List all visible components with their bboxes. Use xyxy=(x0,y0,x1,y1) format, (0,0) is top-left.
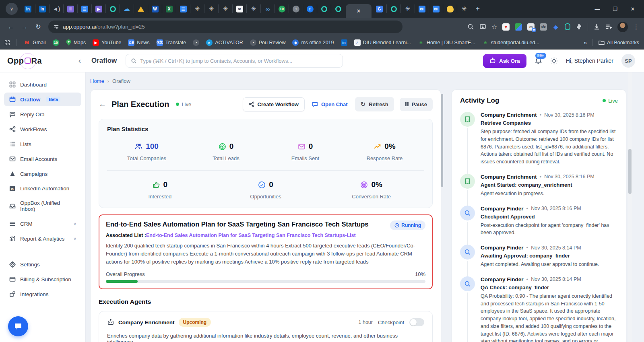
pinned-tab-hand[interactable] xyxy=(443,4,457,13)
adblock-extension-icon[interactable]: ▼ xyxy=(502,23,510,31)
back-button[interactable]: ← xyxy=(5,21,17,33)
sidebar-item-settings[interactable]: Settings xyxy=(4,258,81,271)
forward-button[interactable]: → xyxy=(19,21,31,33)
bookmark-news[interactable]: GENews xyxy=(128,39,149,46)
sidebar-item-email-accounts[interactable]: Email Accounts xyxy=(4,152,81,166)
pinned-tab-play[interactable]: ▶ xyxy=(91,4,105,13)
site-info-icon[interactable] xyxy=(53,24,59,30)
bookmark-youtube[interactable]: ▶YouTube xyxy=(93,39,121,46)
reload-button[interactable]: ↻ xyxy=(32,21,44,33)
pinned-tab-cloud[interactable]: ☁ xyxy=(120,4,134,13)
bookmark-activator[interactable]: ▸ACTIVATOR xyxy=(206,39,243,46)
sidebar-item-reports[interactable]: Report & Analytics∨ xyxy=(4,232,81,245)
sidebar-item-dashboard[interactable]: Dashboard xyxy=(4,78,81,91)
sidebar-item-linkedin-automation[interactable]: inLinkedIn Automation xyxy=(4,182,81,195)
pinned-tab-linkedin[interactable]: in xyxy=(35,4,49,13)
bookmark-globe[interactable]: ◔ xyxy=(193,39,199,46)
sidebar-item-reply-ora[interactable]: Reply Ora xyxy=(4,107,81,121)
pinned-tab-oppora[interactable] xyxy=(386,4,400,13)
downloads-icon[interactable] xyxy=(593,23,600,30)
pinned-tab-openai[interactable]: ✳ xyxy=(457,4,471,13)
zoom-icon[interactable] xyxy=(467,23,474,30)
pinned-tab-docs[interactable]: ☰ xyxy=(176,4,190,13)
tag-extension-icon[interactable]: ◆ xyxy=(552,23,559,31)
bookmark-ms-office[interactable]: ◈ms office 2019 xyxy=(292,39,334,46)
oppora-extension-icon[interactable] xyxy=(565,23,570,30)
bookmark-badge-10[interactable]: 10 xyxy=(53,39,59,46)
apps-grid-icon[interactable] xyxy=(5,40,10,45)
pinned-tab-openai[interactable]: ✳ xyxy=(400,4,415,13)
pinned-tab-teams[interactable]: ii xyxy=(63,4,77,13)
pinned-tab-mail[interactable]: ✉ xyxy=(429,4,443,13)
bookmark-maps[interactable]: Maps xyxy=(66,39,86,45)
bookmark-star-icon[interactable]: ☆ xyxy=(491,23,497,31)
sidebar-item-billing[interactable]: Billing & Subscription xyxy=(4,272,81,286)
refresh-button[interactable]: ↻Refresh xyxy=(355,97,394,111)
code-extension-icon[interactable]: </> xyxy=(540,23,547,31)
bookmark-pou-review[interactable]: ◔Pou Review xyxy=(250,39,286,46)
window-star-extension-icon[interactable]: ▭★ xyxy=(527,23,535,31)
pinned-tab-openai[interactable]: ✳ xyxy=(246,4,260,13)
bookmark-gmail[interactable]: MGmail xyxy=(24,39,46,46)
pinned-tab-excel[interactable]: X xyxy=(162,4,176,13)
pinned-tab-docs[interactable]: ☰ xyxy=(77,4,91,13)
sidebar-item-lists[interactable]: Lists xyxy=(4,137,81,151)
create-workflow-button[interactable]: Create Workflow xyxy=(243,97,305,111)
sidebar-collapse-button[interactable]: ‹ xyxy=(78,57,81,65)
pinned-tab-oppora[interactable] xyxy=(331,4,345,13)
reading-list-icon[interactable] xyxy=(605,23,612,30)
pinned-tab-globe[interactable]: ◔ xyxy=(289,4,303,13)
pinned-tab-drive[interactable] xyxy=(134,4,148,13)
sidebar-item-oppbox[interactable]: OppBox (Unified Inbox) xyxy=(4,196,81,216)
sidebar-item-workflows[interactable]: WorkFlows xyxy=(4,122,81,136)
pinned-tab-oppora[interactable] xyxy=(317,4,331,13)
open-chat-button[interactable]: Open Chat xyxy=(310,98,349,111)
pinned-tab-facebook[interactable]: f xyxy=(303,4,317,13)
pinned-tab-openai[interactable]: ✳ xyxy=(218,4,232,13)
pinned-tab-speaker[interactable]: ◄) xyxy=(49,4,63,13)
new-tab-button[interactable]: + xyxy=(471,5,485,13)
back-arrow-icon[interactable]: ← xyxy=(99,100,106,109)
window-restore-button[interactable]: ❐ xyxy=(606,6,624,12)
pinned-tab-openai[interactable]: ✳ xyxy=(204,4,218,13)
all-bookmarks-button[interactable]: All Bookmarks xyxy=(599,40,639,45)
notifications-button[interactable]: 99+ xyxy=(535,57,542,65)
active-tab[interactable]: ✕ xyxy=(346,4,372,18)
tab-search-button[interactable]: ∨ xyxy=(6,3,18,15)
pinned-tab-meta[interactable]: ∞ xyxy=(260,4,275,13)
pause-button[interactable]: Pause xyxy=(400,98,433,111)
bookmark-diu-blended[interactable]: ∕DIU Blended Learni... xyxy=(354,39,411,46)
window-close-button[interactable]: ✕ xyxy=(624,6,642,12)
bookmark-studentportal[interactable]: ♣studentportal.diu.ed... xyxy=(482,39,539,46)
associated-list-link[interactable]: End-to-End Sales Automation Plan for Saa… xyxy=(146,233,356,238)
inner-scrollbar-thumb[interactable] xyxy=(441,94,443,187)
bookmark-linkedin[interactable]: in xyxy=(341,39,347,46)
bookmark-translate[interactable]: G文Translate xyxy=(157,39,186,46)
breadcrumb-home-link[interactable]: Home xyxy=(90,78,104,84)
pinned-tab-mail[interactable]: ✉ xyxy=(415,4,429,13)
url-bar[interactable]: app.oppora.ai/oraflow?plan_id=25 xyxy=(48,21,402,33)
pinned-tab-word[interactable]: W xyxy=(148,4,162,13)
sidebar-item-crm[interactable]: CRM∨ xyxy=(4,217,81,231)
keep-extension-icon[interactable] xyxy=(515,23,522,31)
pinned-tab-ten[interactable]: 10 xyxy=(275,4,289,13)
window-minimize-button[interactable]: — xyxy=(588,6,606,12)
page-scrollbar-thumb[interactable] xyxy=(628,149,632,194)
pinned-tab-linkedin[interactable]: in xyxy=(21,4,35,13)
ask-ora-button[interactable]: Ask Ora xyxy=(483,54,526,68)
install-icon[interactable] xyxy=(479,23,486,30)
chrome-menu-icon[interactable]: ⋮ xyxy=(633,23,639,31)
extensions-puzzle-icon[interactable] xyxy=(576,23,582,30)
chat-widget-button[interactable] xyxy=(8,316,28,336)
browser-profile-avatar[interactable] xyxy=(617,22,628,32)
sidebar-item-integrations[interactable]: Integrations xyxy=(4,287,81,301)
sidebar-item-campaigns[interactable]: Campaigns xyxy=(4,167,81,181)
checkpoint-toggle[interactable] xyxy=(409,318,424,326)
theme-toggle-sun-icon[interactable] xyxy=(550,57,558,65)
search-input[interactable] xyxy=(140,58,338,64)
sidebar-item-oraflow[interactable]: OraflowBeta xyxy=(4,93,81,106)
bookmark-diu-smart[interactable]: ♣Home | DIU SmartE... xyxy=(418,39,475,46)
user-avatar[interactable]: SP xyxy=(621,54,635,68)
pinned-tab-file[interactable]: ≍ xyxy=(232,4,246,13)
active-plan-card[interactable]: End-to-End Sales Automation Plan for Saa… xyxy=(99,214,433,289)
